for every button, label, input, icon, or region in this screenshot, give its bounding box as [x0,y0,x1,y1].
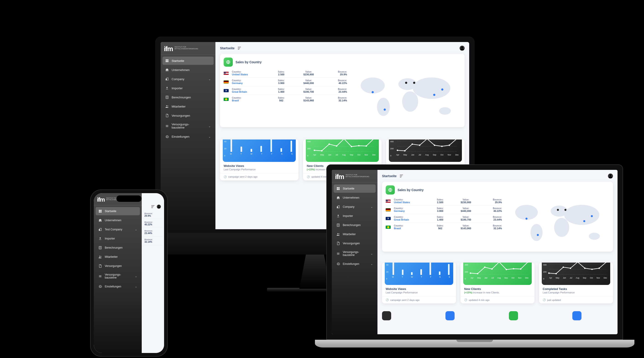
sidebar-item-upload[interactable]: Importer [162,84,214,92]
sidebar-item-label: Versorgungs-bausteine [105,273,132,279]
gear-icon [165,135,169,139]
svg-point-63 [557,209,559,211]
sidebar-item-gear[interactable]: Einstellungen⌄ [96,282,140,291]
sidebar-item-label: Versorgungs-bausteine [343,251,368,257]
value-amount: $440,000 [454,210,478,212]
sidebar-item-company[interactable]: Company⌄ [162,75,214,83]
col-header: Sales: [270,79,292,82]
country-name: Germany [394,210,427,212]
chevron-down-icon: ⌄ [370,262,373,265]
action-pill[interactable] [446,311,454,320]
sidebar-item-dashboard[interactable]: Startseite [162,57,214,65]
sidebar-item-label: Startseite [172,59,211,63]
sidebar-item-people[interactable]: Mitarbeiter [96,253,140,261]
svg-point-10 [377,98,390,116]
sidebar-item-label: Versorgungen [343,242,373,245]
action-pill[interactable] [509,311,518,320]
user-avatar-icon[interactable] [460,46,465,51]
flag-icon [224,80,229,84]
phone-mockup: ifm INSTITUT FÜR MITTELSTANDSFÖRDERUNG S… [90,189,168,357]
svg-point-7 [461,47,463,48]
action-pill[interactable] [572,311,582,320]
menu-icon[interactable] [400,175,403,177]
sidebar-item-people[interactable]: Mitarbeiter [162,102,214,111]
svg-point-65 [537,234,539,236]
svg-point-19 [433,94,435,96]
col-header: Country: [232,71,267,73]
col-header: Sales: [430,224,450,227]
sales-table: Country:United StatesSales:2.500Value:$2… [224,69,347,124]
svg-point-41 [419,145,420,146]
svg-point-86 [556,273,557,274]
sidebar-item-dashboard[interactable]: Startseite [334,184,376,193]
sidebar-item-building[interactable]: Unternehmen [96,216,140,224]
svg-point-85 [548,273,550,274]
sidebar-item-people[interactable]: Mitarbeiter [334,230,376,238]
sidebar: ifm INSTITUT FÜR MITTELSTANDSFÖRDERUNG S… [94,193,142,353]
sidebar-item-building[interactable]: Unternehmen [334,194,376,202]
sidebar-item-calc[interactable]: Berechnungen [334,221,376,229]
country-name: Brasil [394,227,427,230]
sidebar-item-list[interactable]: Versorgungs-bausteine⌄ [162,121,214,132]
svg-point-77 [506,269,507,270]
list-icon [165,124,169,128]
bounce-value: 23.44% [482,218,502,221]
value-amount: $190,700 [454,218,478,221]
sidebar-item-upload[interactable]: Importer [334,212,376,220]
stat-title: Completed Tasks [543,287,609,291]
svg-point-60 [564,205,599,225]
col-header: Value: [454,224,478,227]
svg-point-38 [397,150,398,151]
sidebar-item-label: Unternehmen [343,196,373,199]
svg-rect-95 [100,210,102,211]
svg-point-45 [449,145,450,146]
list-icon [336,252,340,255]
sidebar-item-list[interactable]: Versorgungs-bausteine⌄ [96,271,140,281]
svg-point-31 [358,145,360,146]
clock-icon: 🕑 [464,298,467,301]
col-header: Sales: [430,198,450,201]
sidebar-item-list[interactable]: Versorgungs-bausteine⌄ [334,248,376,259]
bounce-value: 23.44% [325,90,347,93]
sidebar-item-calc[interactable]: Berechnungen [96,244,140,252]
sidebar-item-label: Berechnungen [343,223,373,227]
svg-point-99 [99,256,100,257]
laptop-mockup: ifm INSTITUT FÜR MITTELSTANDSFÖRDERUNG S… [326,164,623,347]
sidebar-item-upload[interactable]: Importer [96,234,140,243]
sidebar-item-label: Importer [172,87,211,90]
sidebar-item-doc[interactable]: Versorgungen [162,111,214,120]
sidebar-item-company[interactable]: Test Company⌄ [96,225,140,234]
table-row: Country:United StatesSales:2.500Value:$2… [386,197,502,205]
svg-point-57 [530,224,542,241]
col-header: Sales: [430,207,450,210]
sidebar-item-building[interactable]: Unternehmen [162,66,214,74]
action-pill[interactable] [382,311,391,320]
sidebar-item-doc[interactable]: Versorgungen [334,239,376,247]
svg-rect-94 [99,210,100,211]
sidebar-item-company[interactable]: Company⌄ [334,203,376,211]
table-row: Country:Great BritainSales:1.400Value:$1… [386,214,502,223]
sidebar-item-gear[interactable]: Einstellungen⌄ [334,260,376,268]
sidebar-item-doc[interactable]: Versorgungen [96,262,140,270]
col-header: Sales: [270,88,292,90]
flag-icon [224,89,229,92]
svg-point-87 [562,267,564,268]
sidebar-item-dashboard[interactable]: Startseite [96,207,140,215]
value-amount: $230,900 [296,73,322,76]
sidebar-item-gear[interactable]: Einstellungen⌄ [162,133,214,141]
svg-point-64 [525,218,528,220]
col-header: Value: [296,79,322,82]
doc-icon [165,114,169,117]
value-amount: $230,900 [454,201,478,204]
sidebar-item-label: Berechnungen [105,246,137,249]
svg-rect-0 [166,59,167,61]
sidebar-item-calc[interactable]: Berechnungen [162,93,214,101]
svg-point-61 [589,233,600,240]
menu-icon[interactable] [151,205,154,208]
menu-icon[interactable] [238,47,241,50]
col-header: Country: [394,198,427,201]
user-avatar-icon[interactable] [608,174,613,179]
user-avatar-icon[interactable] [157,205,161,209]
page-title: Startseite [220,46,234,50]
svg-point-62 [564,209,566,211]
